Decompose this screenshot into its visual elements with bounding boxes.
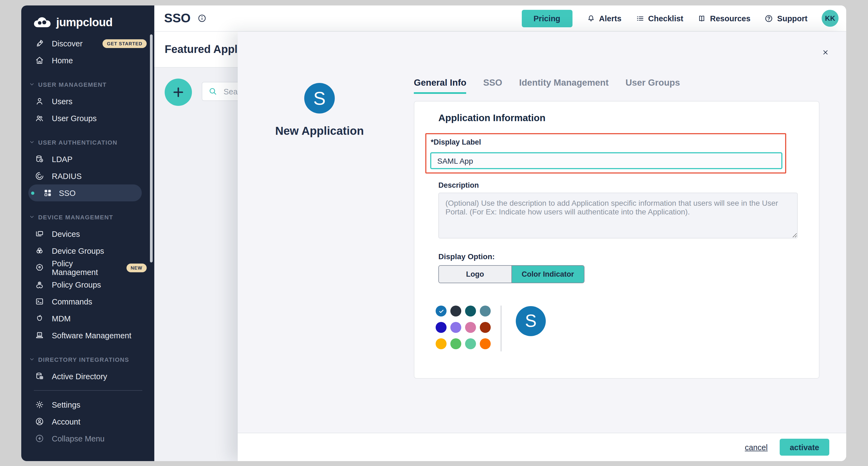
sidebar-item-label: Policy Groups [52, 280, 101, 289]
display-label: *Display Label [431, 138, 481, 146]
venn-icon [35, 246, 44, 255]
sidebar-item-software-management[interactable]: Software Management [21, 327, 154, 344]
sidebar-section-header[interactable]: USER MANAGEMENT [21, 76, 154, 93]
sidebar-item-collapse-menu[interactable]: Collapse Menu [21, 430, 154, 447]
sidebar-item-settings[interactable]: Settings [21, 396, 154, 413]
color-swatch-7[interactable] [465, 322, 476, 333]
sidebar-item-mdm[interactable]: MDM [21, 310, 154, 327]
color-swatch-11[interactable] [465, 338, 476, 349]
jumpcloud-logo[interactable]: jumpcloud [21, 5, 154, 35]
color-swatch-6[interactable] [451, 322, 461, 333]
display-option-color-indicator[interactable]: Color Indicator [511, 266, 584, 283]
rocket-icon [35, 39, 44, 48]
display-option-label: Display Option: [438, 252, 495, 261]
sidebar-section-title: USER AUTHENTICATION [38, 139, 118, 145]
color-swatch-9[interactable] [436, 338, 446, 349]
sidebar-item-users[interactable]: Users [21, 93, 154, 110]
gear-icon [35, 400, 44, 409]
color-swatch-12[interactable] [480, 338, 491, 349]
collapse-icon [35, 434, 44, 443]
sidebar-section-header[interactable]: DEVICE MANAGEMENT [21, 208, 154, 225]
chevron-down-icon [29, 214, 34, 220]
account-icon [35, 417, 44, 426]
sidebar-section-header[interactable]: DIRECTORY INTEGRATIONS [21, 351, 154, 368]
topnav-support[interactable]: Support [765, 14, 807, 23]
card-title: Application Information [438, 112, 546, 124]
sidebar-divider [34, 390, 142, 391]
pricing-button[interactable]: Pricing [522, 9, 572, 27]
sidebar-item-label: Commands [52, 297, 92, 306]
sidebar-item-active-directory[interactable]: Active Directory [21, 368, 154, 385]
sidebar-item-label: User Groups [52, 114, 96, 122]
sidebar-item-discover[interactable]: DiscoverGET STARTED [21, 35, 154, 52]
plus-icon [172, 86, 185, 99]
sidebar-item-label: Active Directory [52, 372, 107, 381]
jumpcloud-cloud-icon [32, 16, 52, 29]
color-swatch-8[interactable] [480, 322, 491, 333]
chevron-down-icon [29, 357, 34, 362]
tab-identity-management[interactable]: Identity Management [519, 78, 609, 94]
color-swatch-4[interactable] [480, 305, 491, 317]
sidebar-item-sso[interactable]: SSO [28, 184, 142, 201]
sidebar-scrollbar[interactable] [150, 34, 153, 262]
tab-user-groups[interactable]: User Groups [626, 78, 680, 94]
activate-button[interactable]: activate [780, 439, 829, 456]
add-application-button[interactable] [165, 79, 192, 106]
database-windows-icon [35, 372, 44, 381]
tab-sso[interactable]: SSO [483, 78, 502, 94]
sidebar-item-policy-groups[interactable]: Policy Groups [21, 276, 154, 293]
sidebar-item-radius[interactable]: RADIUS [21, 168, 154, 184]
question-icon [765, 14, 773, 23]
sidebar-item-ldap[interactable]: LDAP [21, 151, 154, 168]
topnav-resources[interactable]: Resources [698, 14, 750, 23]
application-initial-avatar: S [304, 83, 335, 114]
modal-tabs: General InfoSSOIdentity ManagementUser G… [414, 78, 680, 94]
description-textarea[interactable] [438, 193, 798, 238]
sidebar-section-header[interactable]: USER AUTHENTICATION [21, 134, 154, 151]
user-avatar[interactable]: KK [822, 10, 839, 27]
users-icon [35, 114, 44, 123]
color-swatch-3[interactable] [465, 305, 476, 317]
sidebar-item-home[interactable]: Home [21, 52, 154, 69]
tab-general-info[interactable]: General Info [414, 78, 466, 94]
sidebar-item-user-groups[interactable]: User Groups [21, 110, 154, 126]
sidebar-item-label: Account [52, 417, 81, 426]
sidebar: jumpcloud DiscoverGET STARTEDHomeUSER MA… [21, 5, 154, 461]
display-option-logo[interactable]: Logo [439, 266, 511, 283]
sidebar-section-title: DIRECTORY INTEGRATIONS [38, 356, 129, 362]
topnav-label: Support [777, 14, 807, 23]
app-window: jumpcloud DiscoverGET STARTEDHomeUSER MA… [21, 5, 846, 461]
description-label: Description [438, 181, 479, 190]
sidebar-item-account[interactable]: Account [21, 413, 154, 430]
sidebar-item-commands[interactable]: Commands [21, 293, 154, 310]
topnav-checklist[interactable]: Checklist [636, 14, 683, 23]
policy-icon [35, 263, 44, 272]
checklist-icon [636, 14, 645, 23]
color-preview-circle: S [516, 306, 546, 336]
color-swatch-2[interactable] [451, 305, 461, 317]
sidebar-item-label: MDM [52, 314, 71, 323]
sidebar-item-label: Settings [52, 400, 81, 409]
apple-icon [35, 314, 44, 323]
sidebar-item-devices[interactable]: Devices [21, 225, 154, 242]
book-icon [698, 14, 706, 23]
jumpcloud-admin-console: jumpcloud DiscoverGET STARTEDHomeUSER MA… [0, 0, 868, 466]
application-information-card: Application Information *Display Label D… [414, 101, 819, 379]
color-swatch-5[interactable] [436, 322, 446, 333]
display-label-input[interactable] [430, 152, 782, 169]
color-swatch-grid [436, 305, 491, 349]
sidebar-item-device-groups[interactable]: Device Groups [21, 242, 154, 259]
close-icon[interactable] [819, 46, 832, 59]
display-label-highlight-box: *Display Label [425, 133, 786, 174]
cancel-button[interactable]: cancel [745, 443, 768, 452]
chevron-down-icon [29, 82, 34, 87]
sidebar-item-policy-management[interactable]: Policy ManagementNEW [21, 259, 154, 276]
topnav-alerts[interactable]: Alerts [586, 14, 621, 23]
devices-icon [35, 229, 44, 238]
main-area: SSO Pricing AlertsChecklistResourcesSupp… [154, 5, 846, 461]
info-icon[interactable] [197, 13, 206, 23]
modal-footer: cancel activate [238, 433, 846, 461]
home-icon [35, 56, 44, 65]
color-swatch-10[interactable] [451, 338, 461, 349]
color-swatch-1-selected[interactable] [436, 305, 446, 317]
